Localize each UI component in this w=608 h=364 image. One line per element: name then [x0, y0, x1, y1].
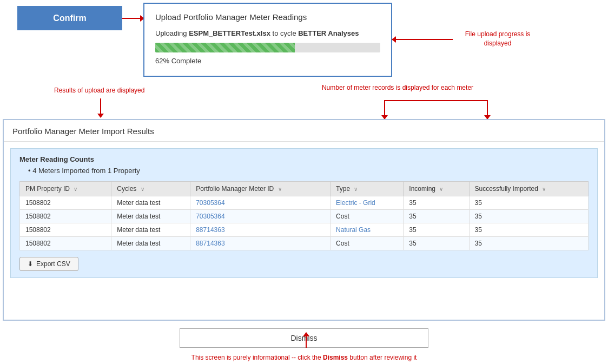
dismiss-button[interactable]: Dismiss [180, 328, 428, 348]
cell-type: Cost [331, 237, 404, 250]
confirm-arrow [122, 18, 144, 19]
annotation-bottom-bold: Dismiss [323, 354, 348, 361]
cell-pm-meter-id: 88714363 [190, 237, 331, 250]
export-csv-button[interactable]: ⬇ Export CSV [19, 257, 78, 271]
arrow-dismiss [306, 333, 307, 348]
meters-imported: 4 Meters Imported from 1 Property [19, 167, 589, 175]
progress-bar-fill [155, 43, 295, 52]
col-successfully-imported[interactable]: Successfully Imported ∨ [469, 182, 588, 196]
export-csv-label: Export CSV [36, 260, 70, 268]
meter-table-body: 1508802 Meter data test 70305364 Electri… [20, 196, 589, 250]
cell-pm-property-id: 1508802 [20, 237, 111, 250]
cell-successfully-imported: 35 [469, 196, 588, 210]
cell-incoming: 35 [404, 196, 469, 210]
cell-pm-property-id: 1508802 [20, 223, 111, 237]
cell-successfully-imported: 35 [469, 223, 588, 237]
cell-incoming: 35 [404, 210, 469, 223]
export-csv-icon: ⬇ [28, 260, 33, 268]
results-panel: Portfolio Manager Meter Import Results M… [3, 119, 605, 321]
progress-label: 62% Complete [155, 57, 380, 65]
annotation-bottom-prefix: This screen is purely informational -- c… [191, 354, 323, 361]
cell-type: Electric - Grid [331, 196, 404, 210]
table-header-row: PM Property ID ∨ Cycles ∨ Portfolio Mana… [20, 182, 589, 196]
annotation-results: Results of upload are displayed [54, 87, 144, 94]
meter-reading-title: Meter Reading Counts [19, 155, 589, 163]
upload-dialog-title: Upload Portfolio Manager Meter Readings [155, 12, 380, 22]
arrow-file-upload [392, 39, 453, 40]
sort-icon-type: ∨ [354, 186, 358, 192]
table-row: 1508802 Meter data test 88714363 Cost 35… [20, 237, 589, 250]
cell-cycles: Meter data test [111, 196, 190, 210]
col-type[interactable]: Type ∨ [331, 182, 404, 196]
annotation-file-upload: File upload progress isdisplayed [454, 30, 541, 48]
filename: ESPM_BETTERTest.xlsx [189, 29, 270, 37]
sort-icon-incoming: ∨ [439, 186, 443, 192]
arrow-meter-left [384, 100, 385, 119]
col-incoming[interactable]: Incoming ∨ [404, 182, 469, 196]
col-pm-property-id[interactable]: PM Property ID ∨ [20, 182, 111, 196]
sort-icon-pm-property: ∨ [74, 186, 77, 192]
arrow-results [100, 98, 101, 117]
results-panel-title: Portfolio Manager Meter Import Results [4, 120, 604, 142]
upload-dialog: Upload Portfolio Manager Meter Readings … [143, 3, 392, 77]
sort-icon-success: ∨ [542, 186, 546, 192]
table-row: 1508802 Meter data test 70305364 Cost 35… [20, 210, 589, 223]
table-row: 1508802 Meter data test 70305364 Electri… [20, 196, 589, 210]
cell-incoming: 35 [404, 237, 469, 250]
cell-pm-property-id: 1508802 [20, 196, 111, 210]
cell-successfully-imported: 35 [469, 237, 588, 250]
cell-pm-meter-id: 70305364 [190, 210, 331, 223]
cell-type: Natural Gas [331, 223, 404, 237]
cell-type: Cost [331, 210, 404, 223]
cell-cycles: Meter data test [111, 210, 190, 223]
annotation-bottom-suffix: button after reviewing it [348, 354, 417, 361]
cell-cycles: Meter data test [111, 223, 190, 237]
cell-pm-meter-id: 88714363 [190, 223, 331, 237]
cell-cycles: Meter data test [111, 237, 190, 250]
cell-incoming: 35 [404, 223, 469, 237]
col-pm-meter-id[interactable]: Portfolio Manager Meter ID ∨ [190, 182, 331, 196]
arrow-meter-top [384, 100, 488, 101]
progress-bar-container [155, 43, 380, 52]
inner-panel: Meter Reading Counts 4 Meters Imported f… [10, 148, 598, 278]
annotation-meter: Number of meter records is displayed for… [303, 84, 492, 91]
table-row: 1508802 Meter data test 88714363 Natural… [20, 223, 589, 237]
sort-icon-pm-meter: ∨ [278, 186, 282, 192]
cell-successfully-imported: 35 [469, 210, 588, 223]
meter-table: PM Property ID ∨ Cycles ∨ Portfolio Mana… [19, 181, 589, 250]
cell-pm-meter-id: 70305364 [190, 196, 331, 210]
col-cycles[interactable]: Cycles ∨ [111, 182, 190, 196]
confirm-button[interactable]: Confirm [17, 6, 122, 30]
sort-icon-cycles: ∨ [141, 186, 144, 192]
cell-pm-property-id: 1508802 [20, 210, 111, 223]
upload-text: Uploading ESPM_BETTERTest.xlsx to cycle … [155, 29, 380, 37]
arrow-meter-right [487, 100, 488, 119]
annotation-bottom: This screen is purely informational -- c… [142, 354, 466, 361]
cycle-name: BETTER Analyses [298, 29, 359, 37]
